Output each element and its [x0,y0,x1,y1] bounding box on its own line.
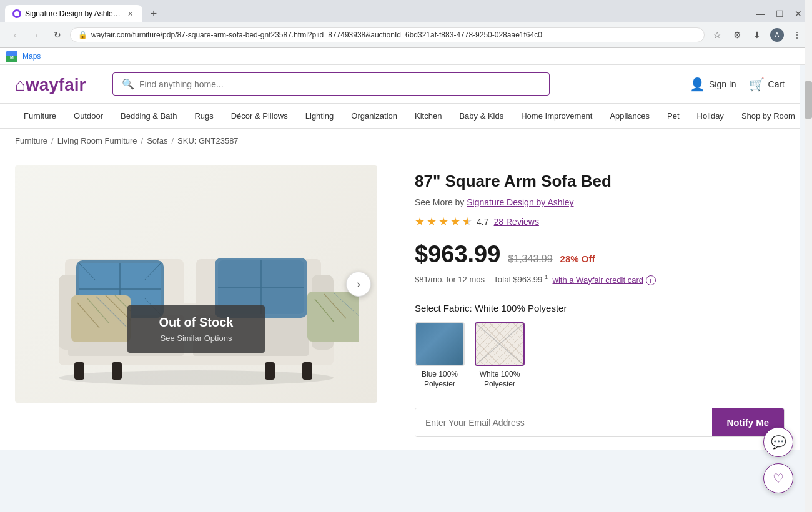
rating-number: 4.7 [477,217,488,227]
current-price: $963.99 [415,241,500,268]
fabric-swatch-white[interactable] [475,322,525,366]
product-details: 87" Square Arm Sofa Bed See More by Sign… [415,165,785,437]
nav-item-organization[interactable]: Organization [342,104,406,128]
fabric-options: Blue 100%Polyester [415,322,785,389]
star-3: ★ [438,215,448,228]
price-row: $963.99 $1,343.99 28% Off [415,241,785,268]
search-icon: 🔍 [122,78,134,90]
nav-item-outdoor[interactable]: Outdoor [65,104,112,128]
nav-item-home-improvement[interactable]: Home Improvement [512,104,601,128]
out-of-stock-text: Out of Stock [147,315,245,330]
nav-item-appliances[interactable]: Appliances [601,104,658,128]
minimize-button[interactable]: — [752,5,770,22]
search-input[interactable] [139,79,540,89]
rating-row: ★ ★ ★ ★ ★ ★ 4.7 28 Reviews [415,215,785,229]
svg-rect-16 [302,362,312,380]
svg-text:M: M [10,55,14,59]
wayfair-logo[interactable]: ⌂wayfair [15,73,102,96]
brand-link[interactable]: Signature Design by Ashley [467,197,573,207]
star-1: ★ [415,215,424,228]
back-button[interactable]: ‹ [6,26,24,44]
fabric-option-blue[interactable]: Blue 100%Polyester [415,322,465,389]
brand-line: See More by Signature Design by Ashley [415,197,785,207]
profile-button[interactable]: A [768,26,786,44]
breadcrumb-living-room[interactable]: Living Room Furniture [57,136,137,145]
unavailable-pattern [476,323,523,365]
maps-favicon-icon: M [6,51,17,62]
product-title: 87" Square Arm Sofa Bed [415,172,785,191]
fabric-option-white[interactable]: White 100%Polyester [475,322,525,389]
wayfair-credit-card-link[interactable]: with a Wayfair credit card [553,275,643,285]
fabric-swatch-blue[interactable] [415,322,465,366]
svg-rect-14 [112,362,122,380]
svg-rect-13 [74,362,84,380]
floating-buttons: 💬 ♡ [763,427,793,493]
maps-label[interactable]: Maps [22,52,41,61]
nav-item-decor[interactable]: Décor & Pillows [222,104,297,128]
nav-item-rugs[interactable]: Rugs [186,104,222,128]
forward-button[interactable]: › [27,26,45,44]
email-section: Notify Me [415,408,785,437]
nav-item-shop-by-room[interactable]: Shop by Room [733,104,800,128]
nav-item-holiday[interactable]: Holiday [688,104,733,128]
sign-in-button[interactable]: 👤 Sign In [690,77,736,92]
browser-action-buttons: ☆ ⚙ ⬇ A ⋮ [708,26,806,44]
breadcrumb: Furniture / Living Room Furniture / Sofa… [0,129,800,153]
browser-menu-button[interactable]: ⋮ [788,26,806,44]
active-tab[interactable]: Signature Design by Ashley 87 ✕ [5,5,142,22]
extension-button[interactable]: ⚙ [728,26,746,44]
chat-button[interactable]: 💬 [763,427,793,457]
fabric-name-white: White 100%Polyester [480,370,520,389]
breadcrumb-furniture[interactable]: Furniture [15,136,47,145]
svg-point-5 [59,370,334,385]
nav-item-baby[interactable]: Baby & Kids [450,104,512,128]
info-icon[interactable]: i [646,275,656,285]
tab-close-button[interactable]: ✕ [125,9,135,19]
sign-in-label: Sign In [709,79,736,89]
brand-prefix: See More by [415,197,464,207]
credit-line: $81/mo. for 12 mos – Total $963.99 1 wit… [415,274,785,285]
tab-title: Signature Design by Ashley 87 [25,9,121,18]
bookmark-button[interactable]: ☆ [708,26,726,44]
refresh-button[interactable]: ↻ [49,26,66,44]
address-bar[interactable]: 🔒 wayfair.com/furniture/pdp/87-square-ar… [70,27,705,42]
monthly-payment-text: $81/mo. for 12 mos – Total $963.99 [415,275,542,285]
wishlist-button[interactable]: ♡ [763,463,793,493]
star-2: ★ [427,215,436,228]
breadcrumb-sofas[interactable]: Sofas [147,136,167,145]
lock-icon: 🔒 [78,31,87,39]
new-tab-button[interactable]: + [145,5,162,22]
scrollbar-thumb[interactable] [805,81,812,119]
breadcrumb-sku: SKU: GNT23587 [177,136,239,145]
nav-item-kitchen[interactable]: Kitchen [406,104,450,128]
next-image-button[interactable]: › [346,272,371,297]
search-bar[interactable]: 🔍 [112,72,550,96]
product-area: Out of Stock See Similar Options › 87" S… [0,153,800,450]
maximize-button[interactable]: ☐ [771,5,788,22]
cart-button[interactable]: 🛒 Cart [749,77,785,92]
scrollbar[interactable] [805,0,812,512]
nav-item-lighting[interactable]: Lighting [297,104,343,128]
window-controls: — ☐ ✕ [752,5,807,22]
star-4: ★ [450,215,460,228]
nav-item-furniture[interactable]: Furniture [15,104,65,128]
fabric-label-text: Select Fabric: [415,303,472,313]
cart-icon: 🛒 [749,77,765,92]
product-image-container: Out of Stock See Similar Options › [15,165,390,437]
fabric-label: Select Fabric: White 100% Polyester [415,303,785,313]
nav-item-bedding[interactable]: Bedding & Bath [112,104,186,128]
similar-options-link[interactable]: See Similar Options [147,333,245,343]
reviews-link[interactable]: 28 Reviews [494,217,539,227]
breadcrumb-sep-1: / [51,136,54,145]
download-button[interactable]: ⬇ [748,26,766,44]
sofa-illustration [34,178,359,390]
browser-chrome: Signature Design by Ashley 87 ✕ + — ☐ ✕ … [0,0,812,48]
url-text: wayfair.com/furniture/pdp/87-square-arm-… [91,31,696,39]
nav-item-pet[interactable]: Pet [658,104,688,128]
wayfair-page: ⌂wayfair 🔍 👤 Sign In 🛒 Cart Furnitur [0,65,800,450]
email-input[interactable] [415,408,712,436]
main-nav: Furniture Outdoor Bedding & Bath Rugs Dé… [0,104,800,129]
discount-badge: 28% Off [560,254,595,264]
breadcrumb-sep-2: / [141,136,144,145]
svg-text:⌂wayfair: ⌂wayfair [15,75,86,94]
